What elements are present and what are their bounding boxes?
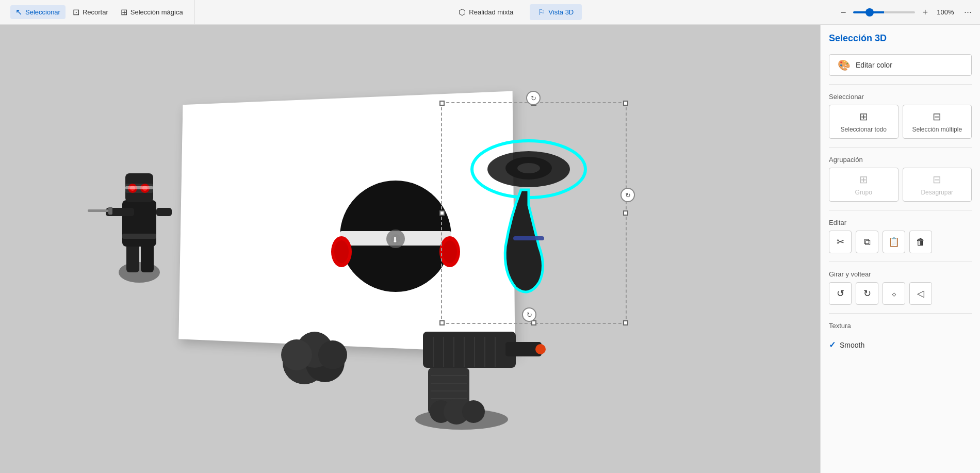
smooth-label: Smooth	[840, 341, 864, 349]
divider-1	[829, 84, 972, 85]
rotate-right-button[interactable]: ↻	[856, 282, 878, 305]
mixed-reality-label: Realidad mixta	[469, 8, 513, 16]
cut-button[interactable]: ✂	[829, 231, 852, 253]
more-options-button[interactable]: ···	[960, 6, 976, 19]
select-label: Seleccionar	[25, 8, 60, 16]
svg-point-53	[462, 400, 485, 423]
zoom-controls: − + 100% ···	[838, 6, 976, 19]
magic-select-label: Selección mágica	[130, 8, 183, 16]
group-label: Grupo	[855, 189, 872, 196]
view-3d-button[interactable]: ⚐ Vista 3D	[530, 4, 582, 20]
cut-icon: ✂	[837, 236, 844, 248]
svg-rect-35	[423, 332, 516, 368]
select-all-label: Seleccionar todo	[841, 126, 887, 133]
smooth-texture-item[interactable]: ✓ Smooth	[829, 338, 972, 352]
edit-color-label: Editar color	[856, 61, 892, 69]
edit-color-button[interactable]: 🎨 Editar color	[829, 54, 972, 76]
paste-button[interactable]: 📋	[883, 231, 905, 253]
delete-icon: 🗑	[916, 237, 925, 248]
copy-button[interactable]: ⧉	[856, 231, 878, 253]
svg-rect-7	[156, 208, 172, 216]
mixed-reality-icon: ⬡	[459, 7, 466, 17]
group-section: Agrupación ⊞ Grupo ⊟ Desagrupar	[829, 156, 972, 202]
texture-section-label: Textura	[829, 322, 972, 330]
rotate-right-icon: ↻	[863, 288, 871, 299]
magic-select-tool-button[interactable]: ⊞ Selección mágica	[116, 5, 188, 19]
zoom-label: 100%	[935, 8, 956, 16]
rotate-section: Girar y voltear ↺ ↻ ⬦ ◁	[829, 270, 972, 305]
edit-buttons-row: ✂ ⧉ 📋 🗑	[829, 231, 972, 253]
right-panel: Selección 3D 🎨 Editar color Seleccionar …	[820, 25, 980, 473]
select-section-label: Seleccionar	[829, 93, 972, 101]
toolbar: ↖ Seleccionar ⊡ Recortar ⊞ Selección mág…	[0, 0, 980, 25]
rotate-handle-top[interactable]: ↻	[526, 91, 541, 105]
svg-point-24	[334, 240, 349, 263]
multiple-select-label: Selección múltiple	[912, 126, 962, 133]
svg-rect-18	[513, 236, 544, 240]
mixed-reality-button[interactable]: ⬡ Realidad mixta	[450, 4, 521, 20]
smooth-checkmark: ✓	[829, 340, 836, 350]
toolbar-tools: ↖ Seleccionar ⊡ Recortar ⊞ Selección mág…	[4, 0, 195, 24]
svg-point-38	[535, 344, 546, 354]
select-buttons-grid: ⊞ Seleccionar todo ⊟ Selección múltiple	[829, 105, 972, 139]
cloud-object[interactable]	[268, 311, 361, 388]
flip-horizontal-icon: ◁	[917, 288, 924, 299]
svg-rect-15	[122, 234, 156, 239]
svg-point-20	[517, 163, 540, 173]
edit-section-label: Editar	[829, 219, 972, 226]
select-all-button[interactable]: ⊞ Seleccionar todo	[829, 105, 899, 139]
select-tool-button[interactable]: ↖ Seleccionar	[10, 5, 66, 19]
svg-point-34	[318, 340, 347, 369]
rotate-handle-bottom[interactable]: ↻	[522, 307, 536, 322]
edit-section: Editar ✂ ⧉ 📋 🗑	[829, 219, 972, 253]
multiple-select-button[interactable]: ⊟ Selección múltiple	[903, 105, 972, 139]
toolbar-center: ⬡ Realidad mixta ⚐ Vista 3D	[195, 0, 838, 24]
copy-icon: ⧉	[864, 237, 871, 248]
paste-icon: 📋	[888, 236, 900, 248]
rotate-section-label: Girar y voltear	[829, 270, 972, 278]
crop-label: Recortar	[83, 8, 108, 16]
delete-button[interactable]: 🗑	[909, 231, 932, 253]
svg-point-26	[443, 240, 457, 263]
rotate-buttons-row: ↺ ↻ ⬦ ◁	[829, 282, 972, 305]
flip-vertical-icon: ⬦	[891, 288, 897, 299]
group-buttons-grid: ⊞ Grupo ⊟ Desagrupar	[829, 168, 972, 202]
helmet-object[interactable]: ⬇	[330, 180, 462, 303]
svg-rect-5	[88, 209, 108, 212]
ungroup-button[interactable]: ⊟ Desagrupar	[903, 168, 972, 202]
flip-horizontal-button[interactable]: ◁	[909, 282, 932, 305]
divider-2	[829, 147, 972, 148]
svg-rect-6	[108, 207, 112, 215]
view-3d-icon: ⚐	[538, 7, 545, 17]
ninja-object[interactable]	[85, 138, 193, 293]
magic-select-icon: ⊞	[121, 7, 127, 17]
group-section-label: Agrupación	[829, 156, 972, 164]
zoom-in-button[interactable]: +	[919, 7, 931, 18]
multiple-select-icon: ⊟	[933, 110, 941, 123]
crop-icon: ⊡	[73, 7, 79, 17]
panel-title: Selección 3D	[829, 33, 972, 44]
zoom-out-button[interactable]: −	[838, 7, 850, 18]
main-area: ⬇	[0, 25, 980, 473]
select-icon: ↖	[15, 7, 22, 17]
select-section: Seleccionar ⊞ Seleccionar todo ⊟ Selecci…	[829, 93, 972, 139]
svg-point-33	[281, 339, 312, 370]
rotate-handle-right[interactable]: ↻	[620, 188, 635, 202]
flip-vertical-button[interactable]: ⬦	[883, 282, 905, 305]
canvas-area[interactable]: ⬇	[0, 25, 820, 473]
zoom-slider[interactable]	[853, 11, 915, 13]
rotate-left-button[interactable]: ↺	[829, 282, 852, 305]
rotate-left-icon: ↺	[837, 288, 844, 299]
ungroup-label: Desagrupar	[921, 189, 953, 196]
svg-rect-14	[125, 186, 153, 189]
select-all-icon: ⊞	[859, 110, 868, 123]
divider-4	[829, 262, 972, 262]
group-button[interactable]: ⊞ Grupo	[829, 168, 899, 202]
texture-section: Textura ✓ Smooth	[829, 322, 972, 352]
crop-tool-button[interactable]: ⊡ Recortar	[68, 5, 113, 19]
divider-5	[829, 313, 972, 314]
view-3d-label: Vista 3D	[548, 8, 574, 16]
group-icon: ⊞	[859, 173, 868, 186]
svg-rect-3	[122, 200, 156, 247]
ring-object[interactable]	[449, 123, 609, 298]
